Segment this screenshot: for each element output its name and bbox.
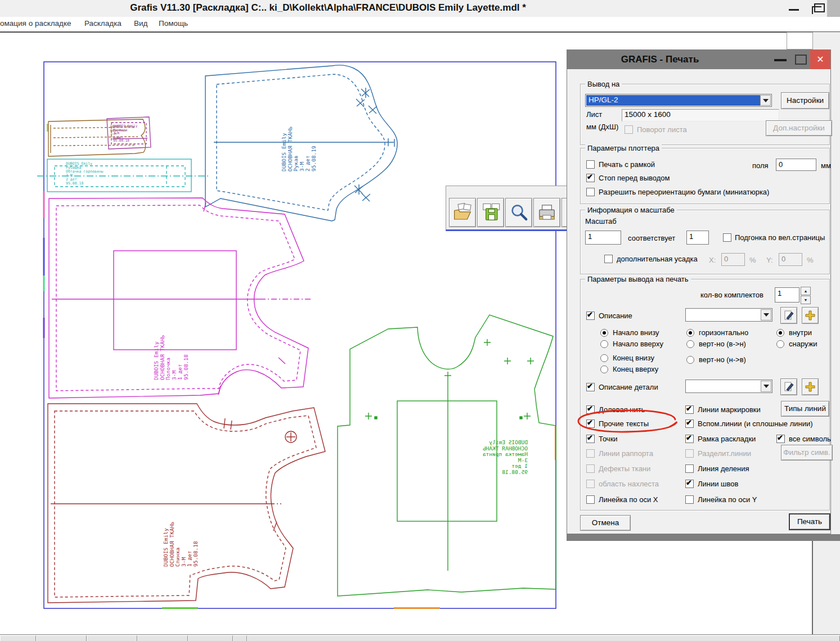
radio-start-top-label: Начало вверху [613,340,663,348]
chevron-down-icon[interactable] [761,309,771,320]
all-symbols-checkbox[interactable] [776,435,785,443]
dialog-maximize-icon[interactable] [795,55,807,65]
piece-text-back: DUBOIS Emily ОСНОВНАЯ ТКАНЬ Спинка 3-М 1… [163,522,199,567]
print-button-toolbar[interactable] [533,198,560,227]
status-pane [0,635,36,641]
rapport-lines-checkbox [586,449,595,458]
radio-horizontal[interactable] [686,329,694,337]
sets-spinner-up[interactable]: ▲ [801,287,811,295]
description-label: Описание [599,312,632,320]
radio-end-top-label: Конец вверху [613,365,658,373]
stop-before-output-label: Стоп перед выводом [599,174,670,182]
points-checkbox[interactable] [586,435,595,443]
menu-item-layout[interactable]: Раскладка [84,19,122,28]
menu-item-help[interactable]: Помощь [159,19,188,28]
fit-page-label: Подгонка по вел.страницы [735,233,825,242]
marking-lines-checkbox[interactable] [685,405,694,414]
radio-end-bottom[interactable] [600,354,608,362]
description-checkbox[interactable] [586,312,595,320]
rapport-lines-label: Линии раппорта [599,449,653,458]
scale-right-input[interactable]: 1 [686,231,709,245]
chevron-down-icon[interactable] [760,95,771,106]
radio-outside[interactable] [776,340,784,348]
extra-shrink-checkbox[interactable] [604,255,613,263]
allow-reorientation-label: Разрешить переориентацию бумаги (миниатю… [599,188,769,196]
settings-button[interactable]: Настройки [781,92,829,109]
division-line-checkbox[interactable] [685,464,694,473]
ruler-y-label: Линейка по оси Y [698,495,757,504]
window-restore-icon[interactable] [814,3,825,12]
other-texts-checkbox[interactable] [586,419,595,428]
shrink-y-label: Y: [766,256,773,264]
group-scale-label: Информация о масштабе [585,206,677,214]
menu-item-layout-info[interactable]: омация о раскладке [0,19,71,28]
plus-icon [805,381,816,392]
radio-inside[interactable] [776,329,784,337]
divider-lines-label: Разделит.линии [698,449,751,458]
window-corner-button[interactable] [827,0,840,17]
grain-line-label: Долевая нить [599,405,645,414]
sheet-size-field: 15000 x 1600 [622,109,779,121]
scale-left-input[interactable]: 1 [585,231,621,245]
radio-end-top[interactable] [600,365,608,373]
window-minimize-icon[interactable] [789,9,799,11]
grain-line-checkbox[interactable] [586,405,595,414]
seam-lines-checkbox[interactable] [685,480,694,488]
line-types-button[interactable]: Типы линий [781,401,829,417]
dialog-title: GRAFIS - Печать [567,54,753,65]
description-select[interactable] [685,308,772,322]
ruler-x-checkbox[interactable] [586,495,595,504]
print-icon [537,202,557,223]
chevron-down-icon[interactable] [761,381,771,392]
dialog-minimize-icon[interactable] [774,59,787,61]
device-select[interactable]: HP/GL-2 [585,94,772,107]
allow-reorientation-checkbox[interactable] [586,188,595,196]
division-line-label: Линия деления [698,464,749,473]
description-detail-add-button[interactable] [802,378,819,395]
sets-count-label: кол-во комплектов [700,291,763,299]
menu-bar: омация о раскладке Раскладка Вид Помощь [0,17,840,33]
description-detail-select[interactable] [685,380,772,393]
print-with-frame-checkbox[interactable] [586,160,595,169]
description-detail-edit-button[interactable] [780,378,797,395]
stop-before-output-checkbox[interactable] [586,174,595,182]
cancel-button[interactable]: Отмена [580,515,631,531]
save-button[interactable] [477,198,504,227]
seam-lines-label: Линии швов [698,480,738,488]
fit-page-checkbox[interactable] [723,233,731,242]
radio-start-top[interactable] [600,340,608,348]
radio-vertical-tb[interactable] [686,340,694,348]
ruler-y-checkbox[interactable] [685,495,694,504]
open-button[interactable] [449,198,476,227]
description-edit-button[interactable] [780,307,797,324]
shrink-y-percent: % [807,256,814,264]
description-add-button[interactable] [802,307,819,324]
zoom-button[interactable] [505,198,532,227]
group-plotter: Параметры плоттера Печать с рамкой поля … [580,148,830,204]
dialog-titlebar[interactable]: GRAFIS - Печать ✕ [567,50,830,69]
marker-frame-label: Рамка раскладки [698,435,756,443]
menu-item-view[interactable]: Вид [134,19,147,28]
radio-vertical-bt[interactable] [686,356,694,364]
shrink-y-input: 0 [779,253,802,266]
group-output: Вывод на HP/GL-2 Настройки Лист 15000 x … [580,84,830,145]
fabric-defects-checkbox [586,464,595,473]
margin-input[interactable]: 0 [776,159,816,171]
radio-start-bottom[interactable] [600,329,608,337]
panel-divider [812,541,813,634]
description-detail-checkbox[interactable] [586,383,595,391]
overlap-area-label: область нахлеста [599,480,659,488]
status-pane [137,635,188,641]
shrink-x-percent: % [749,256,756,264]
marker-frame-checkbox[interactable] [685,435,694,443]
sets-spinner-down[interactable]: ▼ [801,296,811,304]
aux-lines-checkbox[interactable] [685,419,694,428]
sets-count-input[interactable]: 1 [775,287,799,303]
group-scale: Информация о масштабе Масштаб 1 соответс… [580,210,830,274]
print-button[interactable]: Печать [789,514,830,530]
margin-label: поля [752,161,769,170]
dialog-close-icon[interactable]: ✕ [810,50,830,69]
window-titlebar: Grafis V11.30 [Раскладка] C:.. ki_D\Koll… [0,0,840,17]
symbol-filter-button: Фильтр симв. [781,445,833,461]
shrink-x-input: 0 [721,253,745,266]
